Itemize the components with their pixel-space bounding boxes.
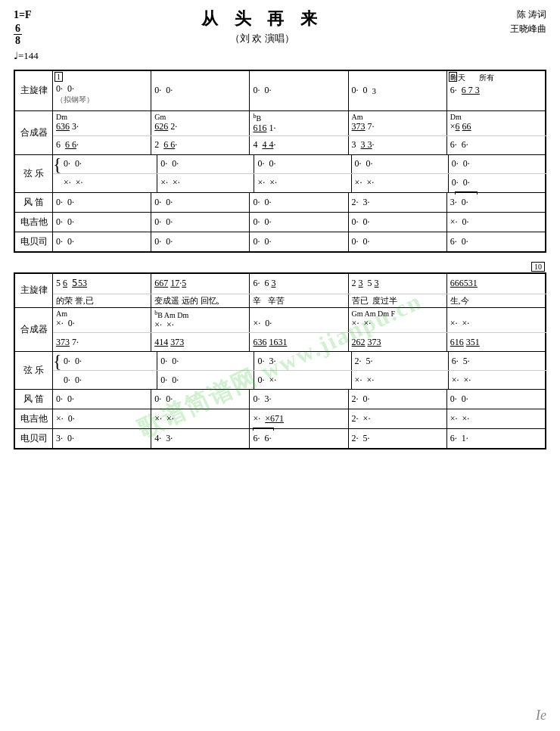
bar-5-notes: 6· 6 7 3	[450, 85, 542, 96]
slur-arc	[455, 191, 478, 194]
label-bass-2: 电贝司	[15, 429, 53, 448]
synth-row1: Dm 636 3· Gm 626 2· bB 616 1· Am 373 7·	[53, 111, 546, 136]
chord-gm: Gm	[154, 113, 246, 121]
synth2-bar2a-notes: ×· ×·	[154, 319, 246, 331]
str-bar5a: 0· 0·	[449, 155, 546, 173]
str-bar5b: 0· 0·	[449, 174, 546, 192]
melody-bars: 1 0· 0· （拟钢琴） 0· 0· 0· 0· 0· 0 3	[53, 71, 546, 110]
str-bar1a: 0· 0·	[61, 155, 157, 173]
gtr-bar3: 0· 0·	[250, 213, 348, 232]
label-guitar-1: 电吉他	[15, 213, 53, 232]
synth2-row1: Am ×· 0· bB Am Dm ×· ×· ×· 0· Gm Am Dm F…	[53, 308, 546, 333]
brace2-open: {	[53, 352, 61, 370]
synth2-bar5a-notes: ×· ×·	[450, 318, 542, 329]
flute2-bar3: 0· 3·	[250, 390, 348, 409]
str2-bar5a: 6· 5·	[449, 352, 546, 370]
gtr2-bar1: ×· 0·	[53, 409, 151, 428]
bass2-bar2: 4· 3·	[151, 429, 250, 448]
chord-bb: bB	[253, 113, 344, 123]
mel2-bar4: 2 3 5 3	[349, 274, 447, 294]
synth-bar3b: 4 4 4·	[250, 136, 348, 154]
label-bass-1: 电贝司	[15, 232, 53, 251]
str-bar4a: 0· 0·	[352, 155, 449, 173]
flute-bar2: 0· 0·	[151, 193, 250, 212]
synth2-bar4a-notes: ×· ×·	[352, 318, 443, 329]
lyric2-bar2: 变成遥 远的 回忆,	[151, 294, 250, 307]
strings-row2: ×· ×· ×· ×· ×· ×· ×· ×· 0· 0·	[53, 174, 546, 192]
guitar-row: 电吉他 0· 0· 0· 0· 0· 0· 0· 0· ×· 0·	[14, 212, 546, 232]
strings2-row1: { 0· 0· 0· 0· 0· 3· 2· 5· 6· 5·	[53, 352, 546, 371]
bar-3: 0· 0·	[250, 71, 348, 110]
bass-slur-arc	[253, 428, 274, 431]
label-melody-1: 主旋律	[15, 71, 53, 110]
str-bar1b: ×· ×·	[61, 174, 157, 192]
bass-bar4: 0· 0·	[349, 232, 447, 251]
brace-spacer	[53, 174, 61, 192]
synth-bar3a: bB 616 1·	[250, 111, 348, 135]
mel2-bar1: 5 6 5̇53	[53, 274, 151, 294]
synth-bar4a-notes: 373 7·	[352, 121, 443, 132]
synth2-bar3a-notes: ×· 0·	[253, 318, 344, 329]
synth-bar2a-notes: 626 2·	[154, 121, 246, 132]
gtr2-bar2: ×· ×·	[151, 409, 250, 428]
bar-4: 0· 0 3	[349, 71, 447, 110]
lyric2-bar3: 辛 辛苦	[250, 294, 348, 307]
section-2: 10 主旋律 5 6 5̇53 667 17·5 6· 6 3	[14, 272, 546, 449]
synth-bar3a-notes: 616 1·	[253, 123, 344, 134]
bass-bar5: 6· 0·	[447, 232, 546, 251]
synth2-bar3b: 636 1631	[250, 333, 348, 351]
chord-dm2: Dm	[450, 113, 542, 121]
gtr2-bar4: 2· ×·	[349, 409, 447, 428]
flute-content: 0· 0· 0· 0· 0· 0· 2· 3· 3· 0·	[53, 193, 546, 212]
strings-row1-bars: 0· 0· 0· 0· 0· 0· 0· 0· 0· 0·	[61, 155, 546, 173]
synth-bar5a: Dm ×6 66	[447, 111, 546, 135]
main-title: 从 头 再 来	[39, 8, 486, 30]
synth-bar2b: 2 6 6·	[151, 136, 250, 154]
gtr-bar4: 0· 0·	[349, 213, 447, 232]
synth2-bar1b: 373 7·	[53, 333, 151, 351]
bass-bar2: 0· 0·	[151, 232, 250, 251]
str2-bar2a: 0· 0·	[157, 352, 254, 370]
str2-bar2b: 0· 0·	[157, 371, 254, 389]
gtr2-bar5: ×· ×·	[447, 409, 546, 428]
label-synth-1: 合成器	[15, 111, 53, 154]
synth2-bar5b: 616 351	[447, 333, 546, 351]
lyricist: 陈 涛词	[486, 8, 546, 22]
synth2-bar1a-notes: ×· 0·	[56, 318, 148, 329]
bass-bar1: 0· 0·	[53, 232, 151, 251]
bar-1: 1 0· 0· （拟钢琴）	[53, 71, 151, 110]
bass-content: 0· 0· 0· 0· 0· 0· 0· 0· 6· 0·	[53, 232, 546, 251]
title-area: 从 头 再 来 （刘 欢 演唱）	[39, 8, 486, 45]
str2-bar5b: ×· ×·	[449, 371, 546, 389]
chord-dm: Dm	[56, 113, 148, 121]
strings-row: 弦 乐 { 0· 0· 0· 0· 0· 0· 0· 0· 0· 0·	[14, 154, 546, 192]
synth-row2: 6 6 6· 2 6 6· 4 4 4· 3 3 3· 6· 6·	[53, 136, 546, 154]
chord-am2: Am	[56, 310, 148, 318]
tempo: ♩=144	[14, 49, 39, 63]
synth2-bar4a: Gm Am Dm F ×· ×·	[349, 308, 447, 332]
flute-bar4: 2· 3·	[349, 193, 447, 212]
synth-bar4a: Am 373 7·	[349, 111, 447, 135]
flute2-content: 0· 0· 0· 0· 0· 3· 2· 0· 0· 0·	[53, 390, 546, 409]
composer: 王晓峰曲	[486, 22, 546, 36]
lyric-above-5: 昨天所有	[450, 73, 542, 83]
flute-row-2: 风 笛 0· 0· 0· 0· 0· 3· 2· 0· 0· 0·	[14, 389, 546, 409]
strings2-row2: 0· 0· 0· 0· 0· ×· ×· ×· ×· ×·	[53, 371, 546, 389]
synth2-row2: 373 7· 414 373 636 1631 262 373 616 351	[53, 333, 546, 351]
label-synth-2: 合成器	[15, 308, 53, 351]
flute-bar1: 0· 0·	[53, 193, 151, 212]
bass-row-2: 电贝司 3· 0· 4· 3· 6· 6· 2· 5· 6· 1·	[14, 428, 546, 449]
bass2-bar1: 3· 0·	[53, 429, 151, 448]
bass2-bar3: 6· 6·	[250, 429, 348, 448]
bass-row: 电贝司 0· 0· 0· 0· 0· 0· 0· 0· 6· 0·	[14, 232, 546, 253]
gtr-bar1: 0· 0·	[53, 213, 151, 232]
synth-bar5a-notes: ×6 66	[450, 121, 542, 132]
str2-bar4b: ×· ×·	[352, 371, 449, 389]
synth2-bar5a: ×· ×·	[447, 308, 546, 332]
label-flute-2: 风 笛	[15, 390, 53, 409]
flute2-bar5: 0· 0·	[447, 390, 546, 409]
synth-bar1b: 6 6 6·	[53, 136, 151, 154]
bar-1-notes: 0· 0·	[56, 83, 148, 95]
bass2-bar5: 6· 1·	[447, 429, 546, 448]
str2-bar4a: 2· 5·	[352, 352, 449, 370]
